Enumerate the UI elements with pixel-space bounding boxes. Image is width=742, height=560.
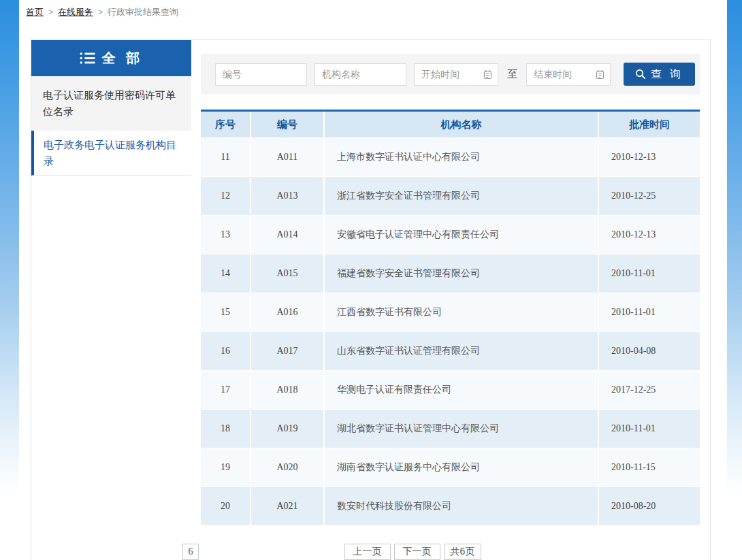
column-header-4: 批准时间	[599, 112, 700, 137]
cell-code: A014	[251, 216, 325, 254]
cell-name: 数安时代科技股份有限公司	[325, 487, 599, 525]
cell-date: 2017-12-25	[599, 371, 700, 409]
org-name-input[interactable]	[314, 63, 406, 86]
cell-seq: 18	[201, 410, 251, 448]
sidebar-menu: 电子认证服务使用密码许可单位名录电子政务电子认证服务机构目录	[31, 76, 191, 176]
table-row: 20A021数安时代科技股份有限公司2010-08-20	[201, 487, 700, 525]
cell-date: 2010-12-13	[599, 216, 700, 254]
cell-date: 2010-11-01	[599, 410, 700, 448]
breadcrumb-separator: >	[48, 7, 53, 17]
page-button-6[interactable]: 6	[182, 544, 199, 560]
cell-seq: 14	[201, 254, 251, 293]
cell-seq: 19	[201, 448, 251, 487]
cell-seq: 11	[201, 138, 251, 176]
sidebar-item-1[interactable]: 电子认证服务使用密码许可单位名录	[31, 76, 191, 131]
table-row: 16A017山东省数字证书认证管理有限公司2010-04-08	[201, 331, 700, 370]
breadcrumb: 首页>在线服务>行政审批结果查询	[19, 0, 727, 18]
cell-date: 2010-11-01	[599, 293, 700, 331]
end-date-field	[526, 63, 611, 86]
sidebar-item-2[interactable]: 电子政务电子认证服务机构目录	[31, 131, 191, 176]
cell-seq: 16	[201, 332, 251, 370]
column-header-2: 编号	[251, 112, 325, 137]
start-date-field	[414, 63, 498, 86]
cell-name: 江西省数字证书有限公司	[325, 293, 599, 331]
results-table: 序号编号机构名称批准时间 11A011上海市数字证书认证中心有限公司2010-1…	[201, 110, 700, 525]
cell-code: A020	[251, 448, 325, 487]
table-body: 11A011上海市数字证书认证中心有限公司2010-12-1312A013浙江省…	[201, 137, 700, 525]
prev-page-button[interactable]: 上一页	[344, 544, 391, 560]
pagination: 上一页123456下一页共6页	[163, 544, 662, 560]
date-range-separator: 至	[507, 68, 517, 81]
cell-date: 2010-08-20	[599, 487, 700, 525]
table-row: 17A018华测电子认证有限责任公司2017-12-25	[201, 370, 700, 409]
breadcrumb-item-2[interactable]: 在线服务	[58, 7, 93, 17]
cell-name: 山东省数字证书认证管理有限公司	[325, 332, 599, 370]
table-row: 18A019湖北省数字证书认证管理中心有限公司2010-11-01	[201, 409, 700, 448]
main-content: 至 查 询 序号编	[201, 54, 700, 560]
table-row: 14A015福建省数字安全证书管理有限公司2010-11-01	[201, 254, 700, 293]
cell-name: 湖南省数字认证服务中心有限公司	[325, 448, 599, 487]
table-header: 序号编号机构名称批准时间	[201, 112, 700, 137]
cell-name: 福建省数字安全证书管理有限公司	[325, 254, 599, 293]
content-container: 全 部 电子认证服务使用密码许可单位名录电子政务电子认证服务机构目录 至	[31, 39, 711, 560]
total-pages-label: 共6页	[444, 544, 482, 560]
table-row: 12A013浙江省数字安全证书管理有限公司2010-12-25	[201, 176, 700, 215]
table-row: 19A020湖南省数字认证服务中心有限公司2010-11-15	[201, 448, 700, 487]
column-header-3: 机构名称	[325, 112, 599, 137]
cell-code: A015	[251, 254, 325, 293]
code-input[interactable]	[215, 63, 307, 86]
search-button[interactable]: 查 询	[624, 63, 695, 86]
next-page-button[interactable]: 下一页	[394, 544, 440, 560]
cell-name: 湖北省数字证书认证管理中心有限公司	[325, 410, 599, 448]
search-button-label: 查 询	[651, 67, 683, 82]
cell-date: 2010-11-01	[599, 254, 700, 293]
cell-date: 2010-04-08	[599, 332, 700, 370]
cell-date: 2010-12-13	[599, 138, 700, 176]
cell-code: A011	[251, 138, 325, 176]
cell-seq: 13	[201, 216, 251, 254]
cell-date: 2010-11-15	[599, 448, 700, 487]
cell-name: 浙江省数字安全证书管理有限公司	[325, 177, 599, 215]
start-date-input[interactable]	[414, 63, 498, 86]
cell-seq: 17	[201, 371, 251, 409]
cell-code: A013	[251, 177, 325, 215]
search-icon	[635, 69, 646, 80]
cell-seq: 15	[201, 293, 251, 331]
cell-date: 2010-12-25	[599, 177, 700, 215]
cell-seq: 12	[201, 177, 251, 215]
cell-code: A017	[251, 332, 325, 370]
end-date-input[interactable]	[526, 63, 611, 86]
sidebar-header: 全 部	[31, 40, 191, 76]
breadcrumb-item-3: 行政审批结果查询	[108, 7, 178, 17]
cell-code: A018	[251, 371, 325, 409]
breadcrumb-item-1[interactable]: 首页	[26, 7, 44, 17]
column-header-1: 序号	[201, 112, 251, 137]
sidebar: 全 部 电子认证服务使用密码许可单位名录电子政务电子认证服务机构目录	[31, 40, 191, 176]
search-panel: 至 查 询	[201, 54, 700, 95]
cell-name: 安徽省电子认证管理中心有限责任公司	[325, 216, 599, 254]
table-row: 11A011上海市数字证书认证中心有限公司2010-12-13	[201, 137, 700, 176]
cell-code: A016	[251, 293, 325, 331]
list-icon	[80, 52, 102, 65]
cell-name: 华测电子认证有限责任公司	[325, 371, 599, 409]
page: 首页>在线服务>行政审批结果查询 全 部 电子认证服务使用密码许可单位名录电子政…	[19, 0, 727, 560]
cell-code: A019	[251, 410, 325, 448]
cell-seq: 20	[201, 487, 251, 525]
cell-name: 上海市数字证书认证中心有限公司	[325, 138, 599, 176]
table-row: 13A014安徽省电子认证管理中心有限责任公司2010-12-13	[201, 215, 700, 254]
breadcrumb-separator: >	[98, 7, 103, 17]
sidebar-header-label: 全 部	[102, 49, 144, 67]
cell-code: A021	[251, 487, 325, 525]
table-row: 15A016江西省数字证书有限公司2010-11-01	[201, 293, 700, 331]
